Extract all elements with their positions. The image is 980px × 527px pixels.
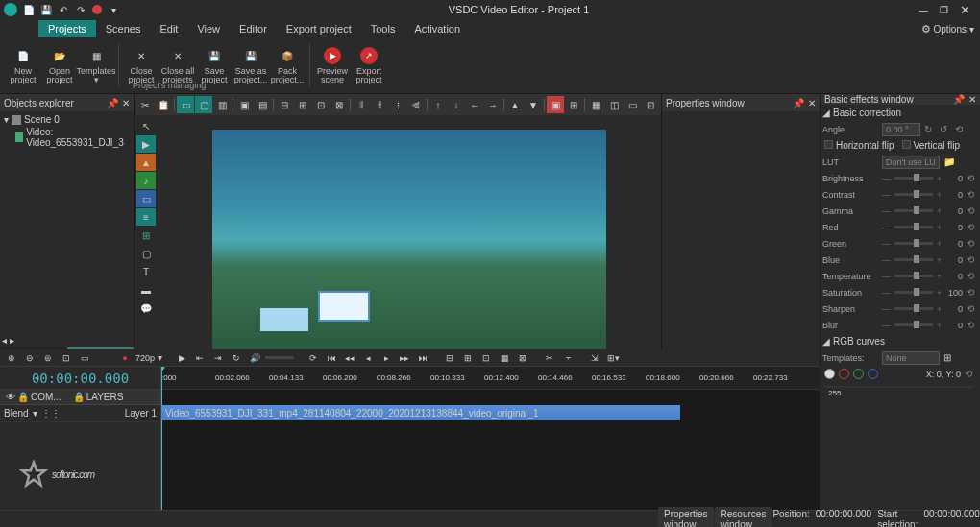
rotate-cw-icon[interactable]: ↻ <box>924 124 936 134</box>
tab-resources[interactable]: Resources window <box>715 507 772 528</box>
qat-dropdown-icon[interactable]: ▾ <box>108 4 119 15</box>
qat-icon[interactable]: ↷ <box>75 4 86 15</box>
close-icon[interactable]: ✕ <box>960 3 970 17</box>
curve-green[interactable] <box>853 369 864 379</box>
tree-scene[interactable]: ▾Scene 0 <box>2 113 132 126</box>
options-label[interactable]: Options <box>934 24 967 35</box>
cut-icon[interactable]: ✂ <box>542 351 557 365</box>
align-icon[interactable]: ⊟ <box>276 96 293 113</box>
slider-saturation[interactable] <box>894 291 933 294</box>
tab-components[interactable]: 👁🔒COM... <box>0 390 67 404</box>
minimize-icon[interactable]: — <box>919 5 928 15</box>
tool-icon[interactable]: ⊡ <box>478 351 494 365</box>
dist-icon[interactable]: ⫶ <box>389 96 406 113</box>
rgb-curves-graph[interactable]: 255 <box>824 386 973 388</box>
slider-sharpen[interactable] <box>894 307 933 310</box>
skip-end-icon[interactable]: ⏭ <box>415 351 430 365</box>
pack-project-button[interactable]: 📦Packproject... <box>270 42 305 88</box>
mark-in-icon[interactable]: ⇤ <box>192 351 208 365</box>
tool-icon[interactable]: ▢ <box>136 245 156 262</box>
next-icon[interactable]: ▸▸ <box>397 351 412 365</box>
tool-icon[interactable]: ▬ <box>136 281 156 299</box>
dist-icon[interactable]: ⫵ <box>371 96 388 113</box>
reset-icon[interactable]: ⟲ <box>967 320 978 330</box>
menu-activation[interactable]: Activation <box>404 20 470 37</box>
preview-scene-button[interactable]: ▶Previewscene <box>315 42 350 88</box>
dist-icon[interactable]: ⫷ <box>407 96 425 113</box>
tool-icon[interactable]: ⇲ <box>587 351 602 365</box>
tree-video-item[interactable]: Video: Video_6553931_DJI_3 <box>2 126 132 149</box>
reset-icon[interactable]: ⟲ <box>967 205 978 216</box>
step-back-icon[interactable]: ◂ <box>360 351 376 365</box>
grid-icon[interactable]: ▦ <box>587 96 604 113</box>
align-icon[interactable]: ⊞ <box>294 96 311 113</box>
gear-icon[interactable]: ⚙ <box>921 23 931 36</box>
reset-icon[interactable]: ⟲ <box>967 173 978 183</box>
slider-contrast[interactable] <box>894 193 933 196</box>
curve-blue[interactable] <box>868 369 878 379</box>
tool-icon[interactable]: ▢ <box>195 96 212 113</box>
arrow-icon[interactable]: → <box>484 96 502 113</box>
tool-icon[interactable]: ▶ <box>136 135 156 153</box>
zoom-btn[interactable]: ⊜ <box>40 351 56 365</box>
menu-projects[interactable]: Projects <box>38 20 96 37</box>
split-icon[interactable]: ⫟ <box>560 351 576 365</box>
cursor-icon[interactable]: ↖ <box>136 117 156 134</box>
prev-icon[interactable]: ◂◂ <box>342 351 357 365</box>
close-icon[interactable]: ✕ <box>968 94 976 105</box>
curves-icon[interactable]: ⊞ <box>943 352 951 363</box>
zoom-btn[interactable]: ⊕ <box>4 351 19 365</box>
skip-start-icon[interactable]: ⏮ <box>324 351 339 365</box>
fit-btn[interactable]: ⊡ <box>59 351 74 365</box>
align-icon[interactable]: ⊠ <box>331 96 348 113</box>
layer-icon[interactable]: ▼ <box>525 96 542 113</box>
tool-icon[interactable]: ▭ <box>136 190 156 207</box>
options-dropdown-icon[interactable]: ▾ <box>969 24 974 35</box>
fit-btn[interactable]: ▭ <box>77 351 92 365</box>
vflip-checkbox[interactable] <box>902 140 911 149</box>
menu-tools[interactable]: Tools <box>361 20 405 37</box>
volume-icon[interactable]: 🔊 <box>247 351 262 365</box>
pin-icon[interactable]: 📌 <box>793 98 804 108</box>
tool-icon[interactable]: ▭ <box>177 96 194 113</box>
folder-icon[interactable]: 📁 <box>943 156 955 167</box>
pin-icon[interactable]: 📌 <box>107 98 118 108</box>
slider-gamma[interactable] <box>894 209 933 212</box>
templates-button[interactable]: ▦Templates▾ <box>79 42 113 88</box>
export-project-button[interactable]: ↗Exportproject <box>352 42 386 88</box>
slider-blur[interactable] <box>894 323 933 326</box>
tool-icon[interactable]: ⊞ <box>565 96 582 113</box>
slider-red[interactable] <box>894 226 933 228</box>
menu-scenes[interactable]: Scenes <box>96 20 151 37</box>
cut-icon[interactable]: ✂ <box>136 96 154 113</box>
templates-select[interactable] <box>882 351 940 365</box>
tool-icon[interactable]: ▭ <box>624 96 641 113</box>
crop-icon[interactable]: ◫ <box>605 96 623 113</box>
loop-icon[interactable]: ↻ <box>229 351 244 365</box>
copy-icon[interactable]: 📋 <box>155 96 172 113</box>
curve-red[interactable] <box>839 369 849 379</box>
dist-icon[interactable]: ⫴ <box>353 96 370 113</box>
step-fwd-icon[interactable]: ▸ <box>379 351 394 365</box>
menu-view[interactable]: View <box>187 20 230 37</box>
rotate-ccw-icon[interactable]: ↺ <box>940 124 951 134</box>
timeline-tracks[interactable]: :00000:02.06600:04.13300:06.20000:08.266… <box>161 367 820 510</box>
resolution-label[interactable]: 720p <box>135 353 155 363</box>
slider-blue[interactable] <box>894 258 933 261</box>
mark-out-icon[interactable]: ⇥ <box>210 351 226 365</box>
new-project-button[interactable]: 📄Newproject <box>6 42 40 88</box>
tool-icon[interactable]: ⊟ <box>442 351 457 365</box>
arrow-icon[interactable]: ↑ <box>429 96 447 113</box>
lut-select[interactable] <box>882 156 940 169</box>
slider-green[interactable] <box>894 242 933 245</box>
arrow-icon[interactable]: ↓ <box>448 96 465 113</box>
menu-edit[interactable]: Edit <box>150 20 187 37</box>
open-project-button[interactable]: 📂Openproject <box>42 42 77 88</box>
arrow-icon[interactable]: ← <box>466 96 483 113</box>
reset-icon[interactable]: ⟲ <box>967 222 978 232</box>
record-icon[interactable]: ● <box>117 351 133 365</box>
tool-icon[interactable]: 💬 <box>136 299 156 317</box>
reset-icon[interactable]: ⟲ <box>967 189 978 200</box>
repeat-icon[interactable]: ⟳ <box>306 351 321 365</box>
align-icon[interactable]: ⊡ <box>312 96 330 113</box>
